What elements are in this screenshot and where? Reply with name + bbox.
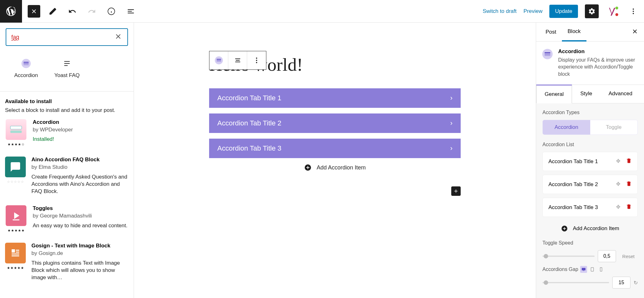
list-item-title: Accordion Tab Title 1 [548, 158, 598, 165]
available-sub: Select a block to install and add it to … [5, 107, 129, 113]
move-handle-icon[interactable]: ✥ [616, 204, 620, 211]
delete-icon[interactable] [626, 181, 632, 188]
type-toggle-button[interactable]: Toggle [590, 120, 638, 135]
accordion-types-label: Accordion Types [542, 110, 638, 115]
svg-rect-19 [12, 253, 19, 254]
tab-block[interactable]: Block [562, 23, 586, 41]
toggle-speed-slider[interactable] [542, 256, 595, 257]
plugin-row[interactable]: ★★★★★ Gosign - Text with Image Block by … [0, 243, 134, 291]
svg-rect-14 [10, 126, 22, 129]
svg-rect-49 [591, 268, 594, 271]
delete-icon[interactable] [626, 158, 632, 165]
plugin-title: Aino Accordion FAQ Block [31, 157, 129, 163]
chevron-right-icon: › [450, 144, 452, 152]
svg-rect-43 [545, 55, 550, 56]
svg-point-5 [633, 8, 634, 10]
accordions-gap-label: Accordions Gap [542, 267, 578, 272]
clear-search-icon[interactable] [114, 32, 122, 42]
reset-gap-icon[interactable]: ↻ [634, 280, 638, 286]
subtab-style[interactable]: Style [572, 85, 600, 103]
block-name: Accordion [558, 48, 638, 55]
accordion-item[interactable]: Accordion Tab Title 3 › [209, 139, 461, 158]
svg-point-31 [256, 60, 257, 61]
rating-stars: ☆☆☆☆☆ [7, 180, 24, 184]
wordpress-logo[interactable] [0, 0, 22, 23]
move-handle-icon[interactable]: ✥ [616, 181, 620, 188]
block-type-icon[interactable] [209, 51, 228, 69]
svg-rect-28 [236, 60, 240, 61]
yoast-faq-icon [62, 58, 72, 69]
more-options-icon[interactable] [626, 4, 640, 18]
reset-speed-button[interactable]: Reset [619, 252, 638, 261]
plugin-thumb [6, 205, 26, 226]
plugin-title: Gosign - Text with Image Block [31, 243, 129, 249]
tablet-icon[interactable] [589, 266, 596, 273]
block-tile-label: Yoast FAQ [54, 72, 80, 79]
accordion-item-title: Accordion Tab Title 1 [217, 94, 281, 102]
plugin-thumb [5, 157, 26, 177]
subtab-general[interactable]: General [536, 85, 572, 103]
plugin-row[interactable]: ☆☆☆☆☆ Aino Accordion FAQ Block by Elma S… [0, 157, 134, 205]
add-accordion-item-button[interactable]: Add Accordion Item [209, 164, 461, 171]
preview-link[interactable]: Preview [524, 8, 542, 14]
switch-to-draft-link[interactable]: Switch to draft [483, 8, 517, 14]
plugin-title: Accordion [33, 119, 73, 125]
svg-rect-13 [24, 64, 29, 65]
svg-rect-22 [16, 251, 19, 252]
close-sidebar-icon[interactable] [626, 24, 644, 40]
mobile-icon[interactable] [598, 266, 605, 273]
accordion-item[interactable]: Accordion Tab Title 1 › [209, 88, 461, 108]
accordions-gap-slider[interactable] [542, 282, 609, 283]
align-icon[interactable] [228, 51, 247, 69]
svg-rect-17 [13, 219, 19, 220]
block-tile-accordion[interactable]: Accordion [6, 56, 47, 81]
accordion-type-toggle: Accordion Toggle [542, 120, 638, 135]
edit-tools-icon[interactable] [46, 4, 60, 18]
plugin-installed-label: Installed! [33, 136, 73, 142]
accordion-item[interactable]: Accordion Tab Title 2 › [209, 113, 461, 133]
plugin-row[interactable]: ★★★★★ Toggles by George Mamadashvili An … [0, 205, 134, 243]
outline-icon[interactable] [124, 4, 138, 18]
svg-rect-27 [235, 58, 240, 59]
block-tile-yoast-faq[interactable]: Yoast FAQ [47, 56, 87, 81]
block-inserter-panel: Accordion Yoast FAQ Available to install… [0, 23, 134, 298]
info-icon[interactable] [104, 4, 118, 18]
desktop-icon[interactable] [580, 266, 587, 273]
rating-stars: ★★★★★ [7, 266, 24, 270]
plugin-author: by WPDeveloper [33, 127, 73, 133]
settings-gear-icon[interactable] [585, 4, 599, 18]
add-item-label: Add Accordion Item [317, 164, 366, 171]
svg-rect-24 [217, 59, 221, 59]
svg-rect-42 [545, 54, 550, 55]
type-accordion-button[interactable]: Accordion [543, 120, 590, 135]
rating-stars: ★★★★★ [8, 229, 25, 233]
rating-stars: ★★★★☆ [8, 142, 25, 146]
list-item-title: Accordion Tab Title 3 [548, 204, 598, 211]
block-icon [542, 48, 553, 61]
plugin-row[interactable]: ★★★★☆ Accordion by WPDeveloper Installed… [0, 119, 134, 157]
block-description: Display your FAQs & improve user experie… [558, 57, 638, 78]
search-input[interactable] [11, 34, 114, 41]
plugin-title: Toggles [33, 205, 127, 212]
block-tile-label: Accordion [14, 72, 38, 79]
svg-rect-50 [600, 268, 602, 271]
update-button[interactable]: Update [549, 5, 578, 18]
accordions-gap-input[interactable] [612, 277, 630, 289]
yoast-icon[interactable] [606, 4, 619, 18]
block-toolbar [209, 51, 266, 70]
svg-rect-29 [235, 62, 240, 62]
svg-point-30 [256, 58, 257, 59]
undo-icon[interactable] [65, 4, 79, 18]
close-inserter-button[interactable] [28, 5, 40, 18]
toggle-speed-input[interactable] [598, 250, 616, 262]
add-block-button[interactable] [451, 186, 461, 196]
more-block-options-icon[interactable] [247, 51, 266, 69]
delete-icon[interactable] [626, 204, 632, 211]
move-handle-icon[interactable]: ✥ [616, 158, 620, 165]
subtab-advanced[interactable]: Advanced [600, 85, 641, 103]
svg-point-32 [256, 62, 257, 63]
editor-canvas[interactable]: Hello world! Accordion Tab Title 1 › [134, 23, 536, 298]
plugin-description: Create Frequently Asked Question's and A… [31, 174, 129, 195]
add-accordion-item-sidebar[interactable]: Add Accordion Item [542, 221, 638, 234]
tab-post[interactable]: Post [540, 23, 562, 41]
